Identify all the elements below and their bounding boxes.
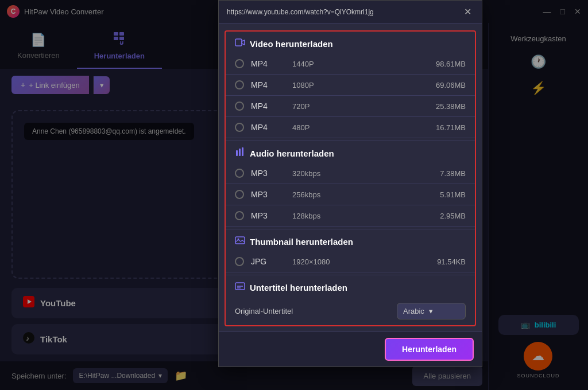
format-row-mp3-320[interactable]: MP3 320kbps 7.38MB: [226, 163, 475, 184]
radio-mp4-1080[interactable]: [235, 80, 244, 89]
format-row-mp4-1440[interactable]: MP4 1440P 98.61MB: [226, 53, 475, 75]
format-row-mp4-1080[interactable]: MP4 1080P 69.06MB: [226, 75, 475, 96]
format-name-mp3-128: MP3: [251, 211, 285, 220]
format-size-jpg: 91.54KB: [437, 258, 466, 266]
format-size-720: 25.38MB: [436, 102, 466, 111]
download-button[interactable]: Herunterladen: [385, 338, 474, 361]
subtitle-label: Original-Untertitel: [235, 307, 390, 315]
svg-rect-14: [239, 149, 241, 156]
format-row-mp3-256[interactable]: MP3 256kbps 5.91MB: [226, 184, 475, 205]
format-row-jpg[interactable]: JPG 1920×1080 91.54KB: [226, 251, 475, 272]
thumbnail-section-header: Thumbnail herunterladen: [226, 229, 475, 251]
video-section-icon: [235, 37, 245, 50]
format-size-mp3-256: 5.91MB: [440, 190, 466, 199]
radio-mp4-1440[interactable]: [235, 59, 244, 68]
format-row-mp4-480[interactable]: MP4 480P 16.71MB: [226, 117, 475, 138]
modal-body: Video herunterladen MP4 1440P 98.61MB MP…: [219, 24, 482, 332]
format-quality-720: 720P: [292, 102, 429, 111]
radio-mp3-256[interactable]: [235, 190, 244, 199]
format-name-jpg: JPG: [251, 257, 285, 266]
format-size-mp3-320: 7.38MB: [440, 169, 466, 178]
audio-section-label: Audio herunterladen: [250, 149, 334, 158]
subtitle-section-label: Untertitel herunterladen: [250, 283, 347, 292]
radio-jpg[interactable]: [235, 257, 244, 266]
format-row-mp3-128[interactable]: MP3 128kbps 2.95MB: [226, 205, 475, 227]
format-name-mp4-1080: MP4: [251, 80, 285, 89]
format-name-mp4-1440: MP4: [251, 59, 285, 68]
format-size-mp3-128: 2.95MB: [440, 212, 466, 220]
format-quality-1080: 1080P: [292, 81, 429, 89]
dropdown-chevron-icon: ▾: [429, 307, 433, 315]
radio-mp4-720[interactable]: [235, 102, 244, 111]
modal-titlebar: https://www.youtube.com/watch?v=QiYOkmrl…: [219, 1, 482, 24]
download-modal: https://www.youtube.com/watch?v=QiYOkmrl…: [218, 0, 482, 367]
format-name-mp3-256: MP3: [251, 190, 285, 199]
thumbnail-section-icon: [235, 235, 245, 248]
svg-rect-12: [235, 39, 242, 46]
format-quality-320: 320kbps: [292, 169, 433, 178]
subtitle-section-icon: [235, 281, 245, 294]
subtitle-section-header: Untertitel herunterladen: [226, 275, 475, 297]
format-size-1080: 69.06MB: [436, 81, 466, 89]
format-name-mp4-480: MP4: [251, 123, 285, 132]
radio-mp3-128[interactable]: [235, 211, 244, 220]
audio-section-header: Audio herunterladen: [226, 141, 475, 163]
format-quality-256: 256kbps: [292, 190, 433, 199]
modal-footer: Herunterladen: [219, 332, 482, 366]
svg-rect-13: [236, 150, 238, 156]
video-section-label: Video herunterladen: [250, 39, 333, 49]
format-section: Video herunterladen MP4 1440P 98.61MB MP…: [225, 30, 476, 326]
svg-rect-15: [242, 147, 243, 156]
audio-section-icon: [235, 147, 245, 159]
modal-url: https://www.youtube.com/watch?v=QiYOkmrl…: [227, 8, 462, 16]
modal-close-button[interactable]: ✕: [462, 6, 474, 17]
format-name-mp4-720: MP4: [251, 102, 285, 111]
svg-rect-16: [235, 237, 245, 244]
format-size-1440: 98.61MB: [436, 60, 466, 68]
format-row-mp4-720[interactable]: MP4 720P 25.38MB: [226, 96, 475, 117]
radio-mp3-320[interactable]: [235, 169, 244, 178]
format-quality-128: 128kbps: [292, 212, 433, 220]
format-quality-480: 480P: [292, 123, 429, 132]
format-name-mp3-320: MP3: [251, 169, 285, 178]
subtitle-row: Original-Untertitel Arabic ▾: [226, 297, 475, 325]
format-quality-jpg: 1920×1080: [292, 258, 430, 266]
format-quality-1440: 1440P: [292, 60, 429, 68]
subtitle-language-dropdown[interactable]: Arabic ▾: [397, 303, 466, 319]
thumbnail-section-label: Thumbnail herunterladen: [250, 237, 353, 247]
video-section-header: Video herunterladen: [226, 32, 475, 53]
subtitle-language: Arabic: [403, 307, 424, 315]
format-size-480: 16.71MB: [436, 123, 466, 132]
radio-mp4-480[interactable]: [235, 123, 244, 132]
